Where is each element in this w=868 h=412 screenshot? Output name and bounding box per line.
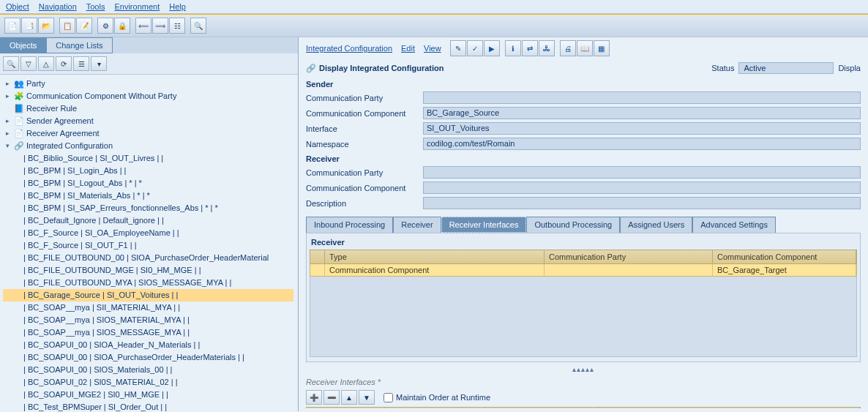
clone-icon[interactable]: 📑 bbox=[21, 18, 37, 34]
tree-item-receiver-agreement[interactable]: ▸ 📄 Receiver Agreement bbox=[3, 127, 293, 140]
tree-item[interactable]: | BC_Default_Ignore | Default_ignore | | bbox=[3, 214, 293, 227]
tree-item-integrated-config[interactable]: ▾ 🔗 Integrated Configuration bbox=[3, 140, 293, 152]
tab-change-lists[interactable]: Change Lists bbox=[46, 37, 112, 53]
tree-item[interactable]: | BC_BPM | SI_Login_Abs | | bbox=[3, 165, 293, 177]
move-down-icon[interactable]: ▼ bbox=[359, 390, 375, 405]
tab-advanced[interactable]: Advanced Settings bbox=[692, 217, 776, 233]
col-name[interactable]: Name * bbox=[485, 408, 599, 408]
col-commparty[interactable]: Communication Party bbox=[545, 250, 713, 263]
tree-item[interactable]: | BC_FILE_OUTBOUND_00 | SIOA_PurchaseOrd… bbox=[3, 252, 293, 264]
tree-item[interactable]: | BC_BPM | SI_SAP_Erreurs_fonctionnelles… bbox=[3, 202, 293, 214]
tree-item[interactable]: | BC_Test_BPMSuper | SI_Order_Out | | bbox=[3, 401, 293, 411]
expand-icon[interactable]: ▽ bbox=[20, 56, 37, 71]
link-edit[interactable]: Edit bbox=[401, 44, 415, 53]
rule-icon: 📘 bbox=[13, 104, 24, 113]
maintain-order-check[interactable]: Maintain Order at Runtime bbox=[384, 393, 490, 402]
find-icon[interactable]: 🔍 bbox=[3, 56, 19, 71]
menu-help[interactable]: Help bbox=[169, 2, 186, 11]
tree-item[interactable]: | BC_F_Source | SI_OA_EmployeeName | | bbox=[3, 227, 293, 239]
col-mult[interactable]: Multiplicity bbox=[813, 408, 860, 408]
tree-item[interactable]: | BC_F_Source | SI_OUT_F1 | | bbox=[3, 239, 293, 252]
tree-item[interactable]: | BC_BPM | SI_Materials_Abs | * | * bbox=[3, 190, 293, 202]
copy-icon[interactable]: 📋 bbox=[59, 18, 75, 34]
menu-environment[interactable]: Environment bbox=[114, 2, 160, 11]
back-icon[interactable]: ⟸ bbox=[135, 18, 151, 34]
menu-tools[interactable]: Tools bbox=[86, 2, 105, 11]
menu-object[interactable]: Object bbox=[6, 2, 29, 11]
display-link[interactable]: Displa bbox=[838, 64, 861, 72]
tab-objects[interactable]: Objects bbox=[0, 37, 46, 53]
tree-item[interactable]: | BC_SOAP__mya | SIOS_MATERIAL_MYA | | bbox=[3, 314, 293, 326]
tree-item[interactable]: | BC_SOAPUI_02 | SI0S_MATERIAL_02 | | bbox=[3, 376, 293, 389]
menu-navigation[interactable]: Navigation bbox=[39, 2, 77, 11]
tree-item[interactable]: | BC_FILE_OUTBOUND_MYA | SIOS_MESSAGE_MY… bbox=[3, 277, 293, 289]
link-integrated-config[interactable]: Integrated Configuration bbox=[306, 44, 392, 53]
tree-item[interactable]: | BC_SOAPUI_00 | SIOS_Materials_00 | | bbox=[3, 364, 293, 376]
link-icon: 🔗 bbox=[13, 141, 24, 151]
tab-receiver[interactable]: Receiver bbox=[393, 217, 441, 233]
extra-icon[interactable]: ▦ bbox=[594, 40, 610, 56]
search-icon[interactable]: 🔍 bbox=[190, 18, 206, 34]
hierarchy-icon[interactable]: 🖧 bbox=[539, 40, 555, 56]
collapse-icon[interactable]: △ bbox=[38, 56, 54, 71]
tree-item[interactable]: | BC_SOAPUI_00 | SIOA_PurchaseOrder_Head… bbox=[3, 351, 293, 364]
lock-icon[interactable]: 🔒 bbox=[114, 18, 130, 34]
filter-icon[interactable]: ☰ bbox=[73, 56, 89, 71]
recv-comp-field bbox=[423, 181, 861, 194]
navigator-panel: Objects Change Lists 🔍 ▽ △ ⟳ ☰ ▾ ▸ 👥 Par… bbox=[0, 37, 299, 411]
col-ns[interactable]: Namespace * bbox=[599, 408, 706, 408]
tree-item-receiver-rule[interactable]: 📘 Receiver Rule bbox=[3, 102, 293, 115]
print-icon[interactable]: 🖨 bbox=[560, 40, 576, 56]
tab-inbound[interactable]: Inbound Processing bbox=[306, 217, 393, 233]
list-icon[interactable]: ☷ bbox=[169, 18, 185, 34]
tree-item-sender-agreement[interactable]: ▸ 📄 Sender Agreement bbox=[3, 115, 293, 127]
tab-receiver-interfaces[interactable]: Receiver Interfaces bbox=[441, 217, 527, 233]
forward-icon[interactable]: ⟹ bbox=[152, 18, 168, 34]
move-up-icon[interactable]: ▲ bbox=[341, 390, 357, 405]
whereused-icon[interactable]: ⇄ bbox=[522, 40, 538, 56]
tree-item[interactable]: | BC_Biblio_Source | SI_OUT_Livres | | bbox=[3, 152, 293, 165]
check-icon[interactable]: ✓ bbox=[467, 40, 483, 56]
new-icon[interactable]: 📄 bbox=[4, 18, 20, 34]
activate-icon[interactable]: ⚙ bbox=[97, 18, 113, 34]
del-row-icon[interactable]: ➖ bbox=[323, 390, 340, 405]
status-label: Status bbox=[711, 64, 734, 72]
book-icon[interactable]: 📖 bbox=[577, 40, 593, 56]
edit-icon[interactable]: ✎ bbox=[450, 40, 466, 56]
open-icon[interactable]: 📂 bbox=[38, 18, 54, 34]
add-row-icon[interactable]: ➕ bbox=[306, 390, 322, 405]
tree-item[interactable]: | BC_BPM | SI_Logout_Abs | * | * bbox=[3, 177, 293, 190]
tree-item-party[interactable]: ▸ 👥 Party bbox=[3, 78, 293, 90]
content-menu: Integrated Configuration Edit View ✎ ✓ ▶… bbox=[302, 37, 865, 59]
col-commcomp[interactable]: Communication Component bbox=[713, 250, 856, 263]
tree-label: Receiver Rule bbox=[26, 103, 77, 114]
tab-outbound[interactable]: Outbound Processing bbox=[526, 217, 620, 233]
activate2-icon[interactable]: ▶ bbox=[484, 40, 500, 56]
col-om[interactable]: Operation Mapping bbox=[385, 408, 485, 408]
col-scv[interactable]: Software Component Ver... bbox=[706, 408, 813, 408]
maintain-order-checkbox[interactable] bbox=[384, 393, 393, 402]
more-icon[interactable]: ▾ bbox=[91, 56, 107, 71]
sender-party-label: Communication Party bbox=[306, 94, 423, 102]
tree-item[interactable]: | BC_Garage_Source | SI_OUT_Voitures | | bbox=[3, 289, 293, 301]
info-icon[interactable]: ℹ bbox=[505, 40, 521, 56]
panel-splitter[interactable]: ▴▴▴▴▴ bbox=[302, 365, 865, 373]
tab-assigned-users[interactable]: Assigned Users bbox=[620, 217, 692, 233]
tree-item[interactable]: | BC_SOAPUI_MGE2 | SI0_HM_MGE | | bbox=[3, 389, 293, 401]
link-view[interactable]: View bbox=[424, 44, 441, 53]
tree-item[interactable]: | BC_SOAP__mya | SII_MATERIAL_MYA | | bbox=[3, 301, 293, 314]
paste-icon[interactable]: 📝 bbox=[76, 18, 92, 34]
receiver-grid-row[interactable]: Communication Component BC_Garage_Target bbox=[310, 264, 857, 277]
tree-item[interactable]: | BC_SOAP__mya | SIOS_MESSAGE_MYA | | bbox=[3, 326, 293, 339]
tree-item-comm-comp[interactable]: ▸ 🧩 Communication Component Without Part… bbox=[3, 90, 293, 102]
sender-iface-label: Interface bbox=[306, 124, 423, 133]
tree-item[interactable]: | BC_FILE_OUTBOUND_MGE | SI0_HM_MGE | | bbox=[3, 264, 293, 277]
refresh-icon[interactable]: ⟳ bbox=[56, 56, 72, 71]
cell-comp: BC_Garage_Target bbox=[713, 264, 856, 276]
object-tree[interactable]: ▸ 👥 Party ▸ 🧩 Communication Component Wi… bbox=[0, 75, 298, 411]
sender-party-field bbox=[423, 91, 861, 104]
row-selector[interactable] bbox=[310, 264, 325, 276]
tree-item[interactable]: | BC_SOAPUI_00 | SIOA_Header_N_Materials… bbox=[3, 339, 293, 351]
col-type[interactable]: Type bbox=[325, 250, 545, 263]
col-condition[interactable]: Condition bbox=[307, 408, 385, 408]
